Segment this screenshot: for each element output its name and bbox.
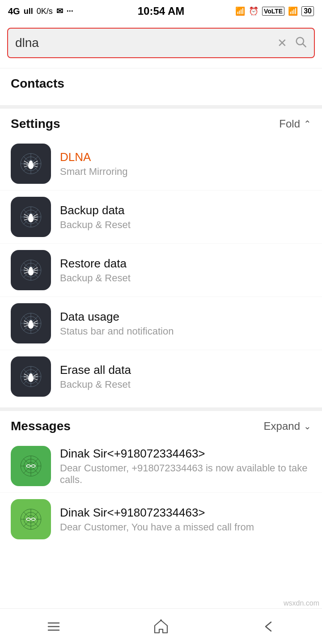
menu-button[interactable]	[36, 609, 72, 644]
datausage-text: Data usage Status bar and notification	[60, 310, 174, 337]
svg-line-26	[24, 214, 29, 217]
contacts-title: Contacts	[11, 76, 64, 91]
search-bar: ✕	[7, 28, 315, 58]
fold-button[interactable]: Fold ⌃	[279, 118, 311, 130]
settings-title: Settings	[11, 117, 60, 131]
menu-icon	[46, 619, 62, 635]
expand-button[interactable]: Expand ⌄	[264, 420, 311, 432]
battery-indicator: 30	[301, 6, 314, 16]
dlna-text: DLNA Smart Mirroring	[60, 150, 128, 178]
message-1-subtitle: Dear Customer, +918072334463 is now avai…	[60, 462, 311, 486]
status-left: 4G ull 0K/s ✉ ···	[8, 6, 73, 17]
alarm-icon: ⏰	[249, 6, 258, 16]
backup-text: Backup data Backup & Reset	[60, 203, 131, 231]
message-avatar-2	[11, 499, 51, 539]
bottom-nav	[0, 608, 322, 644]
restore-subtitle: Backup & Reset	[60, 272, 131, 284]
erasedata-icon	[11, 356, 51, 397]
svg-line-56	[24, 321, 29, 323]
settings-header: Settings Fold ⌃	[0, 109, 322, 137]
status-bar: 4G ull 0K/s ✉ ··· 10:54 AM 📶 ⏰ VoLTE 📶 3…	[0, 0, 322, 22]
clear-icon[interactable]: ✕	[277, 36, 287, 50]
settings-item-restore[interactable]: Restore data Backup & Reset	[0, 244, 322, 297]
home-icon	[153, 619, 169, 635]
back-button[interactable]	[250, 609, 286, 644]
message-2-title: Dinak Sir<+918072334463>	[60, 506, 254, 520]
volte-icon: VoLTE	[262, 7, 284, 16]
message-avatar-1	[11, 446, 51, 486]
backup-subtitle: Backup & Reset	[60, 219, 131, 231]
backup-icon	[11, 197, 51, 237]
backup-title: Backup data	[60, 203, 131, 217]
speed-indicator: 0K/s	[37, 7, 53, 16]
message-1-title: Dinak Sir<+918072334463>	[60, 447, 311, 461]
back-icon	[260, 619, 276, 635]
home-button[interactable]	[143, 609, 179, 644]
messages-title: Messages	[11, 419, 71, 433]
restore-text: Restore data Backup & Reset	[60, 257, 131, 284]
fold-label: Fold	[279, 118, 300, 130]
svg-line-71	[24, 374, 29, 377]
svg-line-11	[24, 161, 29, 164]
messages-header: Messages Expand ⌄	[0, 411, 322, 440]
datausage-title: Data usage	[60, 310, 174, 324]
signal-4g: 4G	[8, 6, 20, 17]
contacts-section: Contacts	[0, 68, 322, 101]
status-right: 📶 ⏰ VoLTE 📶 30	[235, 6, 314, 16]
expand-chevron-icon: ⌄	[304, 421, 311, 432]
messages-section: Messages Expand ⌄ Dinak Sir<+91807233446…	[0, 407, 322, 546]
message-2-subtitle: Dear Customer, You have a missed call fr…	[60, 521, 254, 533]
signal-bars: ull	[24, 7, 33, 16]
svg-line-59	[33, 321, 38, 323]
erasedata-title: Erase all data	[60, 363, 131, 377]
expand-label: Expand	[264, 420, 300, 432]
restore-icon	[11, 250, 51, 290]
message-1-text: Dinak Sir<+918072334463> Dear Customer, …	[60, 447, 311, 486]
search-icon[interactable]	[294, 35, 307, 51]
contacts-header: Contacts	[0, 68, 322, 97]
svg-line-29	[33, 214, 38, 217]
restore-title: Restore data	[60, 257, 131, 271]
settings-item-datausage[interactable]: Data usage Status bar and notification	[0, 297, 322, 350]
message-2-text: Dinak Sir<+918072334463> Dear Customer, …	[60, 506, 254, 533]
svg-point-94	[160, 619, 162, 621]
svg-line-41	[24, 267, 29, 270]
dlna-subtitle: Smart Mirroring	[60, 166, 128, 178]
more-icon: ···	[67, 7, 73, 16]
watermark: wsxdn.com	[284, 599, 319, 607]
dlna-icon	[11, 144, 51, 184]
fold-chevron-icon: ⌃	[304, 119, 311, 129]
message-item-1[interactable]: Dinak Sir<+918072334463> Dear Customer, …	[0, 440, 322, 493]
datausage-subtitle: Status bar and notification	[60, 326, 174, 337]
dlna-title: DLNA	[60, 150, 128, 164]
status-time: 10:54 AM	[138, 5, 184, 17]
svg-line-1	[303, 44, 305, 47]
message-item-2[interactable]: Dinak Sir<+918072334463> Dear Customer, …	[0, 493, 322, 546]
erasedata-text: Erase all data Backup & Reset	[60, 363, 131, 390]
bluetooth-icon: 📶	[235, 6, 245, 16]
svg-line-44	[33, 267, 38, 270]
erasedata-subtitle: Backup & Reset	[60, 379, 131, 390]
wifi-icon: 📶	[288, 6, 298, 16]
search-input[interactable]	[15, 36, 277, 50]
search-bar-container: ✕	[0, 22, 322, 64]
settings-item-erasedata[interactable]: Erase all data Backup & Reset	[0, 350, 322, 403]
settings-item-dlna[interactable]: DLNA Smart Mirroring	[0, 137, 322, 191]
settings-item-backup[interactable]: Backup data Backup & Reset	[0, 191, 322, 244]
datausage-icon	[11, 303, 51, 343]
message-icon: ✉	[56, 6, 63, 16]
svg-line-14	[33, 161, 38, 164]
svg-line-74	[33, 374, 38, 377]
settings-section: Settings Fold ⌃	[0, 105, 322, 403]
